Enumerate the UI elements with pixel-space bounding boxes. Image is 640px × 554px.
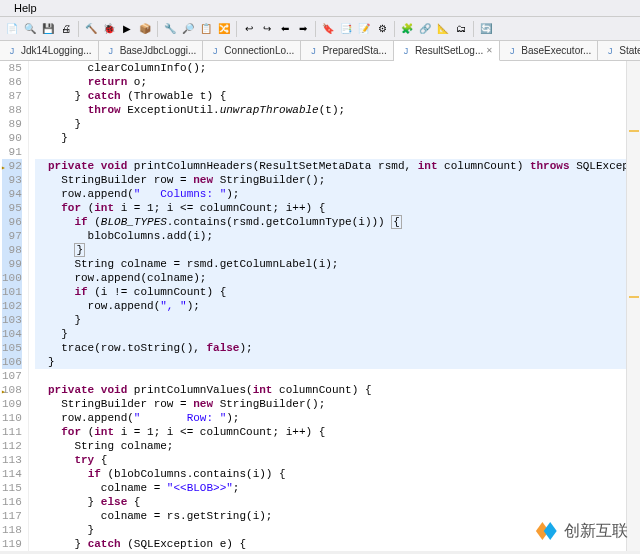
overview-ruler[interactable] (626, 61, 640, 551)
line-number: 95 (2, 201, 22, 215)
code-area[interactable]: clearColumnInfo(); return o; } catch (Th… (29, 61, 640, 551)
code-line[interactable]: } (35, 243, 640, 257)
toolbar-separator (394, 21, 395, 37)
toolbar-button-6[interactable]: ▶ (119, 21, 135, 37)
toolbar-button-14[interactable]: ⬅ (277, 21, 293, 37)
code-line[interactable]: row.append(" Row: "); (35, 411, 640, 425)
toolbar-button-4[interactable]: 🔨 (83, 21, 99, 37)
code-line[interactable]: for (int i = 1; i <= columnCount; i++) { (35, 425, 640, 439)
toolbar-separator (236, 21, 237, 37)
line-number: 99 (2, 257, 22, 271)
code-line[interactable] (35, 369, 640, 383)
overview-marker[interactable] (629, 296, 639, 298)
code-line[interactable]: } (35, 117, 640, 131)
code-line[interactable]: trace(row.toString(), false); (35, 341, 640, 355)
toolbar-button-16[interactable]: 🔖 (320, 21, 336, 37)
editor-tab-6[interactable]: JStatementLog... (598, 41, 640, 60)
toolbar-button-9[interactable]: 🔎 (180, 21, 196, 37)
toolbar-button-23[interactable]: 🗂 (453, 21, 469, 37)
code-editor[interactable]: ▸▸ 8586878889909192939495969798991001011… (0, 61, 640, 551)
toolbar-button-3[interactable]: 🖨 (58, 21, 74, 37)
line-number: 111 (2, 425, 22, 439)
java-file-icon: J (604, 45, 616, 57)
code-line[interactable]: return o; (35, 75, 640, 89)
toolbar-button-8[interactable]: 🔧 (162, 21, 178, 37)
code-line[interactable] (35, 145, 640, 159)
line-number: 97 (2, 229, 22, 243)
toolbar-separator (157, 21, 158, 37)
toolbar-button-11[interactable]: 🔀 (216, 21, 232, 37)
line-number: 101 (2, 285, 22, 299)
menubar: Help (0, 0, 640, 17)
code-line[interactable]: row.append(" Columns: "); (35, 187, 640, 201)
toolbar-button-0[interactable]: 📄 (4, 21, 20, 37)
code-line[interactable]: if (blobColumns.contains(i)) { (35, 467, 640, 481)
java-file-icon: J (6, 45, 18, 57)
tab-label: ConnectionLo... (224, 45, 294, 56)
code-line[interactable]: blobColumns.add(i); (35, 229, 640, 243)
code-line[interactable]: for (int i = 1; i <= columnCount; i++) { (35, 201, 640, 215)
toolbar-button-22[interactable]: 📐 (435, 21, 451, 37)
code-line[interactable]: StringBuilder row = new StringBuilder(); (35, 173, 640, 187)
code-line[interactable]: row.append(", "); (35, 299, 640, 313)
line-number: 107 (2, 369, 22, 383)
toolbar-button-10[interactable]: 📋 (198, 21, 214, 37)
tab-label: Jdk14Logging... (21, 45, 92, 56)
line-number: 102 (2, 299, 22, 313)
code-line[interactable]: } catch (Throwable t) { (35, 89, 640, 103)
line-number: 93 (2, 173, 22, 187)
toolbar-separator (473, 21, 474, 37)
code-line[interactable]: colname = "<<BLOB>>"; (35, 481, 640, 495)
toolbar-button-24[interactable]: 🔄 (478, 21, 494, 37)
code-line[interactable]: row.append(colname); (35, 271, 640, 285)
line-number: 110 (2, 411, 22, 425)
line-number: 106 (2, 355, 22, 369)
editor-tab-0[interactable]: JJdk14Logging... (0, 41, 99, 60)
code-line[interactable]: String colname = rsmd.getColumnLabel(i); (35, 257, 640, 271)
editor-tab-3[interactable]: JPreparedSta... (301, 41, 393, 60)
code-line[interactable]: if (BLOB_TYPES.contains(rsmd.getColumnTy… (35, 215, 640, 229)
editor-tab-2[interactable]: JConnectionLo... (203, 41, 301, 60)
code-line[interactable]: StringBuilder row = new StringBuilder(); (35, 397, 640, 411)
method-marker-icon[interactable]: ▸ (1, 161, 9, 169)
toolbar-button-20[interactable]: 🧩 (399, 21, 415, 37)
line-number: 96 (2, 215, 22, 229)
code-line[interactable]: } (35, 327, 640, 341)
close-icon[interactable]: ✕ (486, 46, 493, 55)
code-line[interactable]: } (35, 313, 640, 327)
menu-help[interactable]: Help (6, 0, 45, 16)
code-line[interactable]: try { (35, 453, 640, 467)
line-number: 103 (2, 313, 22, 327)
code-line[interactable]: String colname; (35, 439, 640, 453)
line-number: 89 (2, 117, 22, 131)
code-line[interactable]: if (i != columnCount) { (35, 285, 640, 299)
editor-tab-4[interactable]: JResultSetLog... ✕ (394, 41, 500, 61)
toolbar-button-18[interactable]: 📝 (356, 21, 372, 37)
toolbar-button-7[interactable]: 📦 (137, 21, 153, 37)
code-line[interactable]: } (35, 355, 640, 369)
editor-tab-5[interactable]: JBaseExecutor... (500, 41, 598, 60)
toolbar-button-17[interactable]: 📑 (338, 21, 354, 37)
tab-label: PreparedSta... (322, 45, 386, 56)
code-line[interactable]: private void printColumnValues(int colum… (35, 383, 640, 397)
toolbar-button-15[interactable]: ➡ (295, 21, 311, 37)
line-number: 116 (2, 495, 22, 509)
toolbar-button-12[interactable]: ↩ (241, 21, 257, 37)
editor-tab-1[interactable]: JBaseJdbcLoggi... (99, 41, 204, 60)
toolbar-separator (78, 21, 79, 37)
toolbar-button-2[interactable]: 💾 (40, 21, 56, 37)
toolbar-button-19[interactable]: ⚙ (374, 21, 390, 37)
code-line[interactable]: throw ExceptionUtil.unwrapThrowable(t); (35, 103, 640, 117)
code-line[interactable]: private void printColumnHeaders(ResultSe… (35, 159, 640, 173)
toolbar-button-5[interactable]: 🐞 (101, 21, 117, 37)
toolbar-button-13[interactable]: ↪ (259, 21, 275, 37)
method-marker-icon[interactable]: ▸ (1, 385, 9, 393)
code-line[interactable]: } else { (35, 495, 640, 509)
toolbar-separator (315, 21, 316, 37)
code-line[interactable]: clearColumnInfo(); (35, 61, 640, 75)
overview-marker[interactable] (629, 130, 639, 132)
toolbar-button-21[interactable]: 🔗 (417, 21, 433, 37)
code-line[interactable]: } (35, 131, 640, 145)
toolbar-button-1[interactable]: 🔍 (22, 21, 38, 37)
tab-label: StatementLog... (619, 45, 640, 56)
